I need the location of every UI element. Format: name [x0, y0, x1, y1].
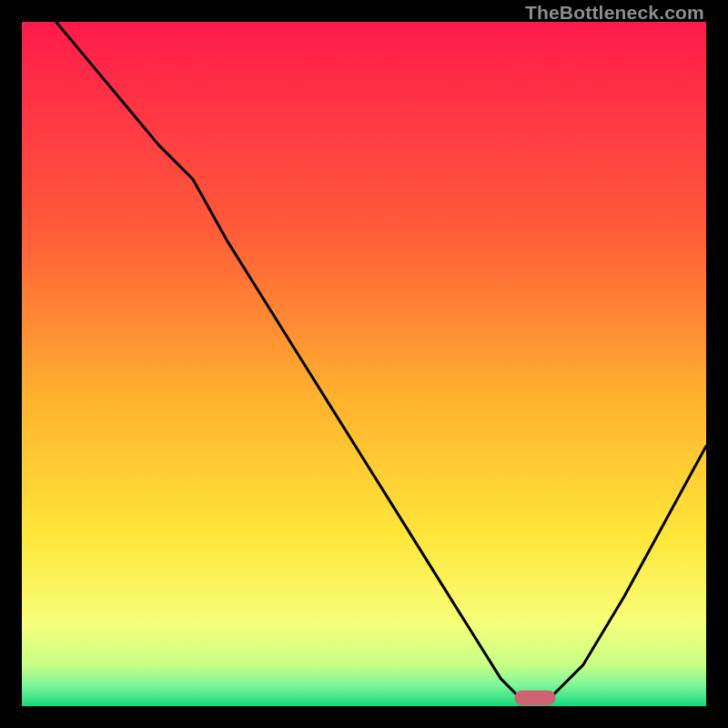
gradient-background	[22, 22, 706, 706]
bottleneck-chart	[22, 22, 706, 706]
watermark-text: TheBottleneck.com	[525, 2, 704, 24]
optimal-marker	[514, 691, 555, 706]
chart-frame	[22, 22, 706, 706]
